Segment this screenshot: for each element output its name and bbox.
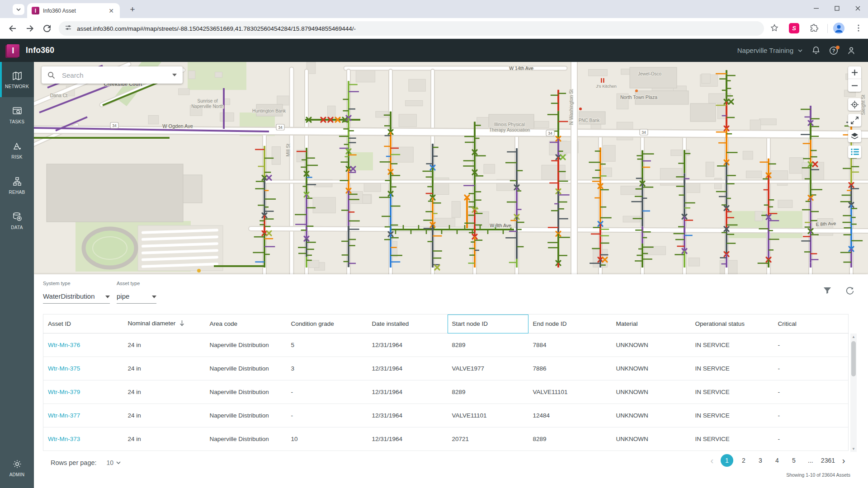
table-cell: - xyxy=(774,380,849,404)
browser-menu-kebab-icon[interactable] xyxy=(854,23,864,34)
pink-extension-icon[interactable]: S xyxy=(789,23,799,33)
map-legend-button[interactable] xyxy=(848,145,861,158)
column-header-condition-grade[interactable]: Condition grade xyxy=(287,314,368,333)
page-button-2[interactable]: 2 xyxy=(737,454,750,467)
table-row[interactable]: Wtr-Mn-37324 inNaperville Distribution10… xyxy=(43,427,849,451)
map-fullscreen-button[interactable] xyxy=(848,114,861,127)
table-scrollbar[interactable]: ▲ ▼ xyxy=(850,333,857,452)
table-header-row: Asset IDNominal diameterArea codeConditi… xyxy=(43,314,849,333)
system-type-select[interactable]: WaterDistribution xyxy=(43,289,110,304)
chevron-down-icon xyxy=(152,296,156,298)
url-bar[interactable]: asset.info360.com/map#/map/streets/-88.1… xyxy=(59,21,764,36)
page-button-4[interactable]: 4 xyxy=(771,454,783,467)
column-header-area-code[interactable]: Area code xyxy=(205,314,287,333)
asset-id-link[interactable]: Wtr-Mn-379 xyxy=(43,380,123,404)
next-page-icon[interactable]: › xyxy=(839,454,848,467)
sidebar-item-admin[interactable]: ADMIN xyxy=(0,450,34,485)
table-cell: - xyxy=(774,333,849,357)
profile-avatar[interactable] xyxy=(833,23,844,34)
page-button-3[interactable]: 3 xyxy=(754,454,767,467)
map-area[interactable]: Creekside CourtDana CtSunrise ofNapervil… xyxy=(34,62,868,274)
scroll-down-icon[interactable]: ▼ xyxy=(850,446,857,452)
table-cell: 12/31/1964 xyxy=(368,357,448,380)
table-row[interactable]: Wtr-Mn-37724 inNaperville Distribution-1… xyxy=(43,404,849,427)
refresh-icon[interactable] xyxy=(845,286,856,297)
user-profile-icon[interactable] xyxy=(846,46,856,56)
window-maximize-button[interactable] xyxy=(826,0,847,16)
sidebar-item-rehab[interactable]: REHAB xyxy=(0,168,34,203)
sidebar-item-tasks[interactable]: TASKS xyxy=(0,97,34,132)
tab-close-icon[interactable]: ✕ xyxy=(107,7,115,15)
table-row[interactable]: Wtr-Mn-37524 inNaperville Distribution31… xyxy=(43,357,849,380)
table-row[interactable]: Wtr-Mn-37624 inNaperville Distribution51… xyxy=(43,333,849,357)
workspace-selector[interactable]: Naperville Training xyxy=(737,47,803,54)
forward-icon[interactable] xyxy=(24,23,35,34)
asset-id-link[interactable]: Wtr-Mn-375 xyxy=(43,357,123,380)
table-cell: 7884 xyxy=(528,333,612,357)
map-zoom-in-button[interactable] xyxy=(848,66,861,79)
table-cell: VALVE1977 xyxy=(448,357,528,380)
map-search-box[interactable] xyxy=(42,66,183,84)
map-locate-button[interactable] xyxy=(848,98,861,111)
sidebar-item-risk[interactable]: RISK xyxy=(0,132,34,168)
pagination: ‹12345...2361› xyxy=(708,454,848,467)
notification-dot xyxy=(836,46,840,49)
street-label: J's Kitchen xyxy=(596,84,617,89)
rehab-icon xyxy=(11,176,23,187)
sort-descending-icon[interactable] xyxy=(179,320,185,328)
column-header-start-node-id[interactable]: Start node ID xyxy=(448,314,528,333)
window-close-button[interactable] xyxy=(847,0,868,16)
page-button-2361[interactable]: 2361 xyxy=(821,454,835,467)
table-row[interactable]: Wtr-Mn-37924 inNaperville Distribution-1… xyxy=(43,380,849,404)
window-minimize-button[interactable] xyxy=(806,0,826,16)
table-cell: Naperville Distribution xyxy=(205,357,287,380)
rows-per-page-select[interactable]: 10 xyxy=(107,459,122,466)
site-settings-icon[interactable] xyxy=(65,24,71,33)
table-cell: UNKNOWN xyxy=(612,357,691,380)
table-cell: IN SERVICE xyxy=(691,380,774,404)
sidebar-item-label: NETWORK xyxy=(5,84,29,89)
scroll-up-icon[interactable]: ▲ xyxy=(850,333,857,340)
column-header-operational-status[interactable]: Operational status xyxy=(691,314,774,333)
browser-tab[interactable]: I Info360 Asset ✕ xyxy=(27,3,120,18)
page-button-1[interactable]: 1 xyxy=(721,454,733,467)
filter-funnel-icon[interactable] xyxy=(823,286,834,297)
column-header-nominal-diameter[interactable]: Nominal diameter xyxy=(123,314,205,333)
table-cell: VALVE11101 xyxy=(448,404,528,427)
table-cell: IN SERVICE xyxy=(691,357,774,380)
asset-type-select[interactable]: pipe xyxy=(117,289,156,304)
asset-type-label: Asset type xyxy=(117,281,140,286)
extensions-puzzle-icon[interactable] xyxy=(809,23,820,34)
column-header-asset-id[interactable]: Asset ID xyxy=(43,314,123,333)
reload-icon[interactable] xyxy=(42,23,52,34)
sidebar-item-data[interactable]: DATA xyxy=(0,203,34,238)
sidebar-item-label: RISK xyxy=(11,155,23,160)
asset-id-link[interactable]: Wtr-Mn-376 xyxy=(43,333,123,357)
data-icon xyxy=(11,211,23,222)
new-tab-button[interactable]: + xyxy=(127,5,137,14)
search-dropdown-caret-icon[interactable] xyxy=(172,74,177,76)
help-icon[interactable]: ? xyxy=(829,46,839,56)
url-text[interactable]: asset.info360.com/map#/map/streets/-88.1… xyxy=(77,25,356,32)
asset-id-link[interactable]: Wtr-Mn-373 xyxy=(43,427,123,451)
search-input[interactable] xyxy=(61,71,172,80)
map-canvas[interactable]: Creekside CourtDana CtSunrise ofNapervil… xyxy=(34,62,868,274)
bookmark-star-icon[interactable] xyxy=(769,23,780,34)
column-header-material[interactable]: Material xyxy=(612,314,691,333)
map-layers-button[interactable] xyxy=(848,130,861,142)
table-cell: 8289 xyxy=(528,427,612,451)
previous-page-icon[interactable]: ‹ xyxy=(708,454,717,467)
chevron-down-icon xyxy=(797,47,803,54)
page-button-5[interactable]: 5 xyxy=(788,454,800,467)
sidebar-item-network[interactable]: NETWORK xyxy=(0,62,34,97)
system-type-label: System type xyxy=(43,281,71,286)
asset-id-link[interactable]: Wtr-Mn-377 xyxy=(43,404,123,427)
map-zoom-out-button[interactable] xyxy=(848,79,861,92)
column-header-critical[interactable]: Critical xyxy=(774,314,849,333)
back-icon[interactable] xyxy=(7,23,18,34)
scrollbar-thumb[interactable] xyxy=(851,341,856,376)
column-header-end-node-id[interactable]: End node ID xyxy=(528,314,612,333)
notifications-bell-icon[interactable] xyxy=(811,46,821,56)
tab-search-chevron-icon[interactable] xyxy=(13,4,24,15)
column-header-date-installed[interactable]: Date installed xyxy=(368,314,448,333)
